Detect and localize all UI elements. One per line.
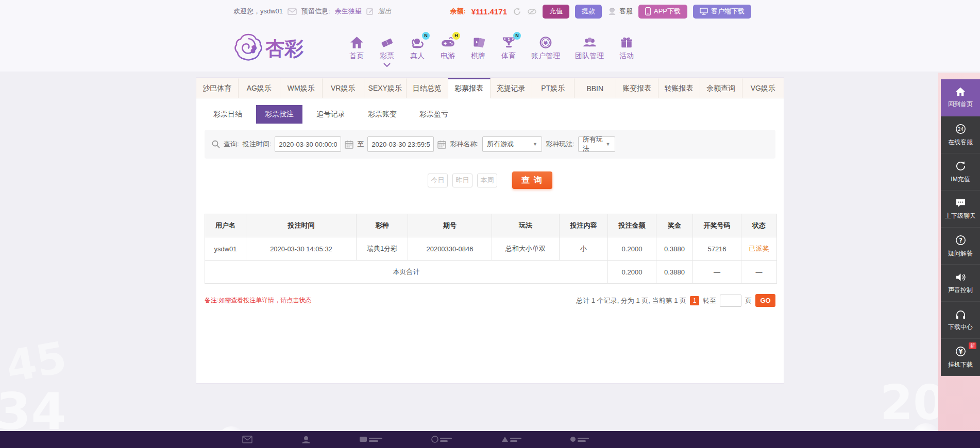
- tab-deposit-withdraw-records[interactable]: 充提记录: [491, 78, 533, 98]
- hide-balance-eye-icon[interactable]: [527, 8, 537, 15]
- svg-text:1: 1: [508, 37, 510, 41]
- col-status: 状态: [741, 214, 777, 237]
- tab-bbin[interactable]: BBIN: [575, 78, 617, 98]
- edit-icon[interactable]: [366, 8, 374, 15]
- this-week-button[interactable]: 本周: [477, 174, 497, 187]
- tab-pt[interactable]: PT娱乐: [532, 78, 575, 98]
- withdraw-button[interactable]: 提款: [575, 5, 602, 19]
- trophy-icon: 1 N: [501, 35, 516, 49]
- question-icon: ?: [955, 234, 967, 246]
- subtab-chase-records[interactable]: 追号记录: [308, 105, 354, 124]
- client-download-button[interactable]: 客户端下载: [693, 5, 751, 19]
- game-select[interactable]: 所有游戏 ▼: [482, 136, 542, 152]
- calendar-icon[interactable]: [345, 140, 353, 149]
- tab-balance-query[interactable]: 余额查询: [700, 78, 742, 98]
- nav-item-lottery[interactable]: 彩票: [379, 35, 395, 61]
- nav-item-account[interactable]: ¥ 账户管理: [531, 35, 560, 61]
- col-bet-amount: 投注金额: [608, 214, 656, 237]
- sidebar-item-back-home[interactable]: 回到首页: [941, 79, 980, 116]
- tab-sexy[interactable]: SEXY娱乐: [364, 78, 407, 98]
- nav-item-egame[interactable]: H 电游: [440, 35, 455, 61]
- svg-text:¥: ¥: [958, 348, 962, 355]
- watermark-number: 20: [880, 375, 946, 430]
- subtab-lottery-account-change[interactable]: 彩票账变: [359, 105, 405, 124]
- app-download-button[interactable]: APP下载: [638, 5, 687, 19]
- nav-label: 首页: [349, 51, 364, 61]
- today-button[interactable]: 今日: [428, 174, 448, 187]
- mail-icon[interactable]: [288, 8, 297, 15]
- welcome-text: 欢迎您，ysdw01: [233, 7, 283, 16]
- svg-text:¥: ¥: [544, 39, 548, 46]
- footer-logo-icon: [431, 436, 452, 443]
- logout-link[interactable]: 退出: [378, 7, 392, 16]
- tab-account-change-report[interactable]: 账变报表: [616, 78, 658, 98]
- quick-date-row: 今日 昨日 本周 查 询: [196, 171, 784, 189]
- yesterday-button[interactable]: 昨日: [452, 174, 472, 187]
- date-to-input[interactable]: [367, 136, 434, 152]
- reserved-info-label: 预留信息:: [301, 7, 330, 16]
- filter-bar: 查询: 投注时间: 至 彩种名称: 所有游戏 ▼ 彩种玩法: 所有玩法 ▼: [205, 130, 775, 159]
- nav-item-live[interactable]: N 真人: [410, 35, 425, 61]
- tab-wm[interactable]: WM娱乐: [280, 78, 323, 98]
- tab-daily-summary[interactable]: 日结总览: [407, 78, 449, 98]
- play-type-select[interactable]: 所有玩法 ▼: [578, 136, 615, 152]
- nav-label: 账户管理: [531, 51, 560, 61]
- tab-vg[interactable]: VG娱乐: [742, 78, 784, 98]
- total-status: —: [741, 261, 777, 284]
- customer-service-button[interactable]: 客服: [607, 7, 633, 16]
- subtab-lottery-profit-loss[interactable]: 彩票盈亏: [411, 105, 457, 124]
- goto-page-input[interactable]: [720, 295, 741, 307]
- nav-item-chess[interactable]: 棋牌: [470, 35, 486, 61]
- bets-table: 用户名 投注时间 彩种 期号 玩法 投注内容 投注金额 奖金 开奖号码 状态 y…: [205, 214, 777, 284]
- cell-status-paid[interactable]: 已派奖: [741, 237, 777, 261]
- tab-transfer-report[interactable]: 转账报表: [658, 78, 701, 98]
- sidebar-label: 在线客服: [948, 138, 973, 147]
- play-type-label: 彩种玩法:: [546, 140, 575, 149]
- nav-item-activity[interactable]: 活动: [619, 35, 634, 61]
- site-logo[interactable]: 杏彩: [232, 31, 319, 63]
- nav-item-home[interactable]: 首页: [349, 35, 364, 61]
- tab-shaba-sports[interactable]: 沙巴体育: [196, 78, 239, 98]
- nav-item-team[interactable]: 团队管理: [575, 35, 604, 61]
- nav-label: 棋牌: [471, 51, 485, 61]
- new-badge: 新: [969, 342, 976, 349]
- badge-h: H: [452, 32, 460, 40]
- sidebar-item-faq[interactable]: ? 疑问解答: [941, 228, 980, 265]
- query-label: 查询:: [224, 140, 239, 149]
- topbar: 欢迎您，ysdw01 预留信息: 余生独望 退出 余额: ¥111.4171 充…: [196, 0, 784, 23]
- sidebar-item-download-center[interactable]: 下载中心: [941, 302, 980, 339]
- subtab-lottery-bets[interactable]: 彩票投注: [256, 105, 302, 124]
- nav-item-sports[interactable]: 1 N 体育: [501, 35, 516, 61]
- tab-vr[interactable]: VR娱乐: [323, 78, 365, 98]
- sidebar-label: 下载中心: [948, 323, 973, 332]
- report-subtabs: 彩票日结 彩票投注 追号记录 彩票账变 彩票盈亏: [205, 105, 775, 124]
- sidebar-item-online-service[interactable]: 24 在线客服: [941, 116, 980, 153]
- subtab-lottery-daily[interactable]: 彩票日结: [205, 105, 251, 124]
- calendar-icon[interactable]: [437, 140, 446, 149]
- sidebar-item-sound-control[interactable]: 声音控制: [941, 265, 980, 302]
- current-page-badge[interactable]: 1: [690, 296, 699, 305]
- section-tabbar: 沙巴体育 AG娱乐 WM娱乐 VR娱乐 SEXY娱乐 日结总览 彩票报表 充提记…: [196, 78, 784, 98]
- date-from-input[interactable]: [275, 136, 341, 152]
- tab-ag[interactable]: AG娱乐: [239, 78, 281, 98]
- sidebar-label: 上下级聊天: [945, 212, 976, 220]
- note-text: 备注:如需查看投注单详情，请点击状态: [205, 296, 311, 305]
- home-icon: [955, 87, 966, 97]
- nav-label: 体育: [501, 51, 516, 61]
- go-button[interactable]: GO: [755, 294, 775, 307]
- client-download-label: 客户端下载: [711, 7, 745, 16]
- cell-bet-amount: 0.2000: [608, 237, 656, 261]
- app-download-label: APP下载: [654, 7, 681, 16]
- sidebar-label: 声音控制: [948, 286, 973, 295]
- sidebar-item-chat[interactable]: 上下级聊天: [941, 191, 980, 228]
- tab-lottery-report[interactable]: 彩票报表: [448, 78, 491, 98]
- col-bet-content: 投注内容: [560, 214, 608, 237]
- sidebar-item-im-recharge[interactable]: IM充值: [941, 153, 980, 191]
- recharge-button[interactable]: 充值: [543, 5, 569, 19]
- gift-icon: [619, 35, 634, 49]
- sidebar-item-hangup-download[interactable]: 新 ¥ 挂机下载: [941, 339, 980, 376]
- footer-logo-icon: [570, 436, 589, 443]
- refresh-balance-icon[interactable]: [513, 7, 521, 16]
- search-button[interactable]: 查 询: [512, 171, 552, 189]
- service-label: 客服: [619, 7, 633, 16]
